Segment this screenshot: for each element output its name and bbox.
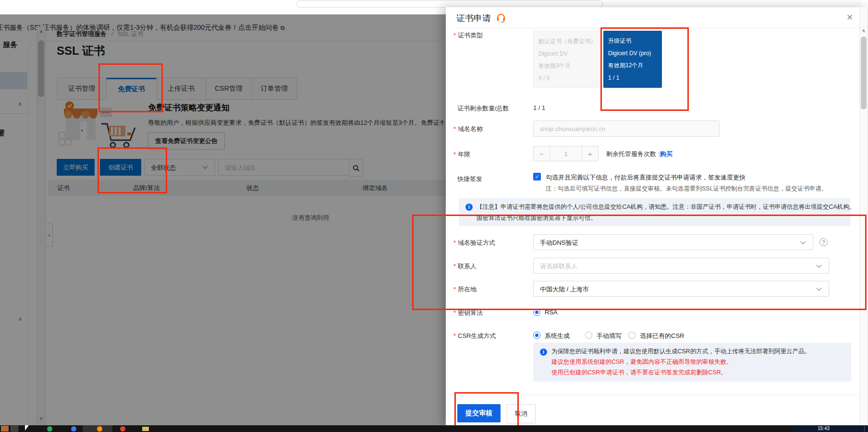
option-name: 默认证书（免费证书） (538, 36, 594, 48)
info-glyph: i (468, 204, 470, 210)
option-validity: 有效期3个月 (538, 60, 594, 72)
chevron-down-icon (202, 166, 208, 169)
tab-label: CSR管理 (215, 84, 243, 93)
drawer-scrollbar-thumb[interactable] (861, 36, 867, 109)
csr-radio-manual[interactable] (585, 332, 592, 339)
breadcrumb-root[interactable]: 数字证书管理服务 (57, 30, 107, 37)
years-value: 1 (550, 146, 582, 161)
annotation-box-submit (454, 392, 519, 431)
button-label: 查看免费证书变更公告 (155, 137, 218, 145)
tab-label: 订单管理 (261, 84, 288, 93)
breadcrumb-separator: / (111, 30, 113, 37)
taskbar-app-blue-icon[interactable] (71, 426, 76, 432)
annotation-box-create-cert (98, 147, 167, 193)
table-empty-text: 没有查询到符 (292, 214, 330, 222)
cursor-pointer-icon (25, 425, 29, 431)
taskbar-thumbnail-1[interactable] (1, 426, 9, 432)
annotation-box-free-cert-tab (98, 63, 163, 112)
panel-collapse-handle[interactable]: < (46, 224, 53, 247)
csr-option-existing: 选择已有的CSR (640, 332, 684, 340)
sidebar-collapse-chevron-up-icon-2[interactable]: ∧ (18, 316, 22, 322)
cert-type-option-default[interactable]: 默认证书（免费证书） Digicert DV 有效期3个月 0 / 0 (533, 31, 599, 88)
csr-option-system: 系统生成 (545, 332, 570, 340)
stepper-minus-button[interactable]: − (534, 146, 550, 161)
close-icon[interactable]: ✕ (846, 12, 853, 23)
search-button[interactable] (349, 159, 363, 177)
taskbar (0, 425, 868, 432)
info-icon: i (540, 348, 547, 356)
sidebar-collapse-chevron-up-icon[interactable]: ∧ (18, 101, 22, 107)
policy-notice-body: 尊敬的用户，根据供应商变更要求，免费证书（默认证书）的签发有效期将由12个月缩短… (148, 119, 444, 127)
taskbar-folder-icon[interactable] (142, 427, 149, 431)
check-icon: ✓ (535, 174, 539, 180)
years-label: 年限 (453, 150, 470, 159)
quick-issue-note: 注：勾选后可填写证书信息，直接提交审核。未勾选需要到SSL证书控制台完善证书信息… (546, 185, 827, 193)
tab-label: 证书管理 (68, 84, 95, 93)
cert-type-label: 证书类型 (453, 31, 483, 40)
taskbar-app-green-icon[interactable] (47, 426, 52, 432)
button-label: 立即购买 (63, 163, 88, 172)
tab-order-management[interactable]: 订单管理 (251, 78, 297, 100)
main-scrollbar-thumb[interactable] (38, 40, 44, 97)
csr-info-line1: 为保障您的证书顺利申请，建议您使用默认生成CSR的方式，手动上传将无法部署到阿里… (551, 348, 810, 356)
ca-notice-line1: 【注意】申请证书需要将您提供的个人/公司信息提交给CA机构，请知悉。注意：非国产… (477, 203, 855, 211)
tab-upload-cert[interactable]: 上传证书 (156, 78, 206, 100)
search-placeholder: 请输入域名 (225, 164, 256, 172)
col-header-status: 状态 (246, 184, 259, 192)
breadcrumb: 数字证书管理服务 / SSL 证书 (57, 30, 249, 38)
col-header-cert: 证书 (57, 184, 70, 192)
sidebar-item-label[interactable]: 服务 (3, 40, 17, 49)
remaining-value: 1 / 1 (533, 104, 545, 111)
domain-search-input[interactable]: 请输入域名 (218, 159, 349, 176)
external-link-icon: ⧉ (281, 24, 285, 31)
csr-info-line3: 使用已创建的CSR申请证书，请不要在证书签发完成前删除CSR。 (551, 369, 727, 377)
hosting-count-label: 剩余托管服务次数： (606, 150, 662, 158)
search-icon (352, 164, 360, 172)
taskbar-clock[interactable]: 15:43 (818, 426, 830, 431)
csr-method-label: CSR生成方式 (453, 332, 496, 340)
taskbar-firefox-icon[interactable] (97, 426, 102, 432)
quick-issue-checkbox[interactable]: ✓ (533, 173, 541, 180)
csr-info-line2: 建议您使用系统创建的CSR，避免因内容不正确而导致的审核失败。 (551, 358, 732, 366)
drawer-scroll-up-arrow[interactable]: ∧ (859, 28, 868, 33)
sidebar-divider (0, 113, 29, 114)
csr-radio-existing[interactable] (628, 332, 636, 339)
taskbar-tray[interactable] (794, 425, 868, 432)
option-brand: Digicert DV (538, 48, 594, 60)
option-quota: 0 / 0 (538, 72, 594, 85)
domain-label: 域名名称 (453, 125, 483, 133)
show-desktop-divider[interactable] (864, 426, 865, 432)
domain-input[interactable]: shop.chunxuanyanzi.cn (533, 120, 720, 137)
annotation-box-form-fields (412, 215, 867, 310)
col-header-domain: 绑定域名 (363, 184, 388, 192)
modal-dim-overlay (0, 14, 446, 425)
quick-issue-label: 快捷签发 (457, 175, 482, 183)
sidebar-item-label-2[interactable]: 署 (0, 129, 5, 138)
scroll-up-arrow[interactable]: ∧ (37, 29, 46, 34)
tab-csr-management[interactable]: CSR管理 (206, 78, 252, 100)
breadcrumb-current: SSL 证书 (118, 30, 144, 37)
tab-label: 上传证书 (168, 84, 195, 93)
years-stepper: − 1 + (533, 146, 599, 161)
scroll-down-arrow[interactable]: ∨ (37, 416, 46, 421)
csr-option-manual: 手动填写 (597, 332, 622, 340)
collapse-left-icon: < (48, 232, 50, 238)
drawer-title: 证书申请 (456, 12, 491, 24)
stepper-plus-button[interactable]: + (582, 146, 598, 161)
taskbar-app-red-icon[interactable] (120, 426, 125, 432)
info-glyph: i (543, 349, 544, 355)
top-outline-box (296, 0, 603, 8)
hosting-buy-link[interactable]: 购买 (660, 150, 672, 158)
taskbar-thumbnail-2[interactable] (11, 426, 18, 432)
sidebar-item-active[interactable] (0, 72, 27, 89)
csr-radio-system[interactable] (533, 332, 540, 339)
buy-now-button[interactable]: 立即购买 (57, 159, 95, 176)
remaining-label: 证书剩余数量/总数 (457, 104, 509, 113)
domain-placeholder: shop.chunxuanyanzi.cn (540, 125, 605, 132)
annotation-box-upgrade-card (600, 27, 689, 111)
info-icon: i (465, 204, 473, 211)
left-sidebar (0, 41, 29, 425)
headset-support-icon[interactable] (496, 12, 506, 23)
page-title: SSL 证书 (57, 43, 105, 59)
quick-issue-text: 勾选并且完善以下信息，付款后将直接提交证书申请请求，签发速度更快 (546, 173, 746, 182)
